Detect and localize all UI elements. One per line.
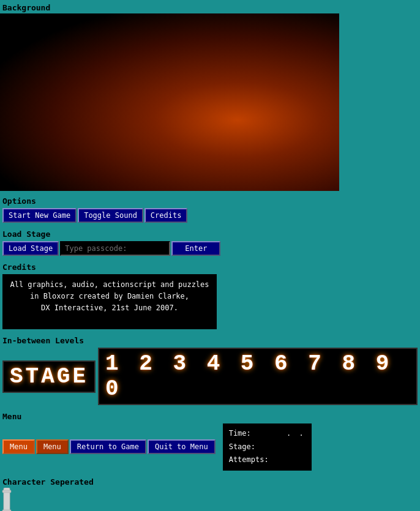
credits-section: Credits All graphics, audio, actionscrip… <box>0 259 420 333</box>
character-label: Character Seperated <box>0 476 420 488</box>
credits-button[interactable]: Credits <box>144 208 188 223</box>
load-stage-section: Load Stage Load Stage Enter <box>0 226 420 259</box>
attempts-row: Attempts: <box>229 453 306 467</box>
game-info-box: Time: . . Stage: Attempts: <box>223 423 312 471</box>
stage-info-label: Stage: <box>229 441 255 454</box>
attempts-label: Attempts: <box>229 453 269 467</box>
options-buttons: Start New Game Toggle Sound Credits <box>0 207 420 224</box>
credits-label: Credits <box>0 261 420 273</box>
stage-display: STAGE 1 2 3 4 5 6 7 8 9 0 <box>0 346 420 406</box>
load-stage-label: Load Stage <box>0 228 420 240</box>
credits-text-3: DX Interactive, 21st June 2007. <box>41 304 178 312</box>
toggle-sound-button[interactable]: Toggle Sound <box>78 208 143 223</box>
options-label: Options <box>0 195 420 207</box>
start-new-game-button[interactable]: Start New Game <box>2 208 77 223</box>
background-label: Background <box>0 1 420 13</box>
character-section: Character Seperated <box>0 474 420 511</box>
time-value: . . <box>287 427 306 441</box>
load-stage-row: Load Stage Enter <box>0 240 420 257</box>
background-section: Background <box>0 0 420 193</box>
load-stage-button[interactable]: Load Stage <box>2 241 59 256</box>
options-section: Options Start New Game Toggle Sound Cred… <box>0 193 420 226</box>
menu-button-2[interactable]: Menu <box>36 439 69 454</box>
background-canvas <box>0 13 339 191</box>
stage-numbers-display: 1 2 3 4 5 6 7 8 9 0 <box>98 348 418 405</box>
credits-text-1: All graphics, audio, actionscript and pu… <box>10 280 209 289</box>
menu-section: Menu Menu Menu Return to Game Quit to Me… <box>0 409 420 474</box>
menu-label: Menu <box>0 410 420 422</box>
svg-rect-2 <box>2 490 11 493</box>
return-to-game-button[interactable]: Return to Game <box>70 439 146 454</box>
credits-text-2: in Bloxorz created by Damien Clarke, <box>30 292 189 300</box>
menu-button-1[interactable]: Menu <box>2 439 35 454</box>
credits-box: All graphics, audio, actionscript and pu… <box>2 274 217 329</box>
passcode-input[interactable] <box>60 241 170 256</box>
stage-row: Stage: <box>229 441 306 454</box>
inbetween-section: In-between Levels STAGE 1 2 3 4 5 6 7 8 … <box>0 333 420 409</box>
time-label: Time: <box>229 427 251 441</box>
inbetween-label: In-between Levels <box>0 334 420 346</box>
pipe-character-icon <box>0 488 13 511</box>
enter-button[interactable]: Enter <box>171 241 220 256</box>
menu-row: Menu Menu Return to Game Quit to Menu Ti… <box>0 422 420 472</box>
quit-to-menu-button[interactable]: Quit to Menu <box>148 439 216 454</box>
stage-word-display: STAGE <box>2 360 96 393</box>
time-row: Time: . . <box>229 427 306 441</box>
